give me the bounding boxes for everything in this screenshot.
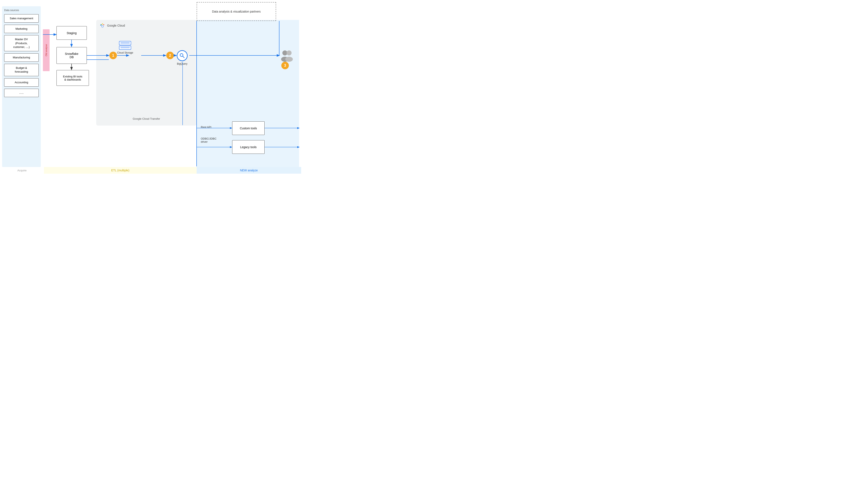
users-icon-container bbox=[280, 49, 295, 64]
bi-tools-box: Existing BI tools & dashboards bbox=[56, 70, 89, 86]
ds-box-budget: Budget & forecasting bbox=[4, 64, 39, 76]
svg-point-13 bbox=[285, 57, 293, 62]
odbc-label: ODBC/JDBC driver bbox=[201, 137, 216, 143]
phase-etl: ETL (multiple) bbox=[44, 167, 197, 174]
custom-tools-box: Custom tools bbox=[232, 121, 265, 135]
cloud-storage-label: Cloud Storage bbox=[117, 51, 133, 54]
gcloud-header: Google Cloud bbox=[99, 23, 193, 28]
bigquery-label: BigQuery bbox=[177, 62, 187, 65]
phase-new-analyze: NEW analyze bbox=[197, 167, 301, 174]
gcloud-label: Google Cloud bbox=[107, 24, 125, 27]
svg-point-12 bbox=[286, 50, 292, 55]
data-sources-panel: Data sources Sales management Marketing … bbox=[2, 6, 41, 167]
data-analysis-dashed-box: Data analysis & visualization partners bbox=[197, 2, 276, 21]
step-1-circle: 1 bbox=[109, 52, 117, 59]
snowflake-box: Snowflake DB bbox=[56, 47, 87, 64]
rest-api-label: Rest API bbox=[201, 126, 212, 129]
svg-point-1 bbox=[102, 26, 103, 27]
bigquery-icon bbox=[177, 50, 188, 61]
users-icon bbox=[280, 49, 295, 63]
cloud-storage-container: Cloud Storage bbox=[117, 41, 133, 54]
ds-box-dots: ...... bbox=[4, 89, 39, 97]
legacy-tools-box: Legacy tools bbox=[232, 140, 265, 154]
svg-rect-2 bbox=[119, 41, 131, 45]
gcloud-logo-icon bbox=[99, 23, 105, 28]
staging-box: Staging bbox=[56, 26, 87, 40]
ds-box-sales: Sales management bbox=[4, 14, 39, 23]
data-sources-label: Data sources bbox=[4, 9, 39, 12]
ds-box-marketing: Marketing bbox=[4, 25, 39, 33]
phase-acquire: Acquire bbox=[0, 167, 44, 174]
old-analyse-bar: Old analyse bbox=[43, 29, 50, 71]
bigquery-container: BigQuery bbox=[177, 50, 188, 65]
gcloud-transfer-label: Google Cloud Transfer bbox=[133, 117, 160, 120]
old-analyse-label: Old analyse bbox=[45, 44, 48, 56]
step-2-circle: 2 bbox=[166, 52, 174, 59]
gcloud-container: Google Cloud Cloud Storage Google Cloud … bbox=[96, 20, 197, 126]
ds-box-master-dv: Master DV (Products, customer, ....) bbox=[4, 35, 39, 51]
svg-rect-5 bbox=[119, 46, 131, 50]
bigquery-search-icon bbox=[179, 53, 185, 58]
cloud-storage-icon bbox=[119, 41, 131, 50]
svg-line-9 bbox=[183, 56, 185, 58]
ds-box-accounting: Accounting bbox=[4, 78, 39, 87]
ds-box-manufacturing: Manufacturing bbox=[4, 53, 39, 62]
